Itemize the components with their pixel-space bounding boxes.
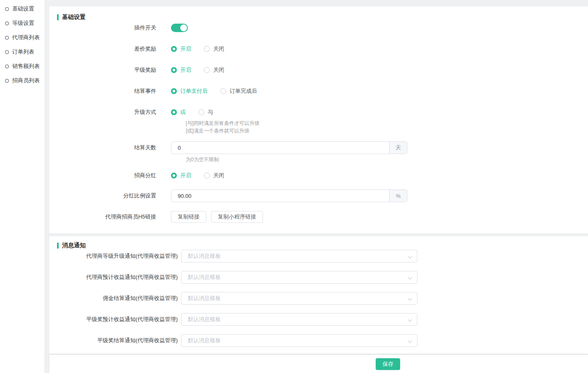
radio-price-diff-off[interactable]: 关闭 <box>204 45 224 53</box>
input-suffix-unit: % <box>389 190 407 202</box>
select-placeholder: 默认消息模板 <box>188 252 221 260</box>
row-notify-peer-expected: 平级奖预计收益通知(代理商收益管理) 默认消息模板 <box>57 313 588 326</box>
sidebar: 基础设置 等级设置 代理商列表 订单列表 销售额列表 招商员列表 <box>0 0 44 373</box>
sidebar-item-recruiter-list[interactable]: 招商员列表 <box>0 73 44 88</box>
circle-icon <box>5 65 9 68</box>
radio-peer-reward-off[interactable]: 关闭 <box>204 66 224 74</box>
row-notify-level-upgrade: 代理商等级升级通知(代理商收益管理) 默认消息模板 <box>57 250 588 262</box>
field-label: 代理商等级升级通知(代理商收益管理) <box>57 252 181 260</box>
upgrade-mode-tips: [与]同时满足所有条件才可以升级 [或]满足一个条件就可以升级 <box>186 119 588 135</box>
row-settle-event: 结算事件 订单支付后 订单完成后 <box>57 85 588 97</box>
radio-icon <box>204 173 210 178</box>
row-dividend-ratio: 分红比例设置 % <box>57 189 588 202</box>
toggle-knob-icon <box>180 24 187 31</box>
row-settle-days: 结算天数 天 <box>57 141 588 154</box>
row-notify-peer-settle: 平级奖结算通知(代理商收益管理) 默认消息模板 <box>57 334 588 347</box>
select-placeholder: 默认消息模板 <box>188 337 221 344</box>
footer-bar: 保存 <box>49 355 588 373</box>
sidebar-item-sales-list[interactable]: 销售额列表 <box>0 59 44 73</box>
radio-invest-dividend-off[interactable]: 关闭 <box>204 172 224 179</box>
radio-icon <box>220 88 226 94</box>
row-price-diff-reward: 差价奖励 开启 关闭 <box>57 43 588 55</box>
radio-upgrade-or[interactable]: 或 <box>171 108 186 116</box>
field-label: 代理商招商员H5链接 <box>57 213 171 221</box>
dividend-ratio-input[interactable] <box>171 190 389 202</box>
field-label: 差价奖励 <box>57 45 171 53</box>
radio-label: 与 <box>208 108 213 116</box>
radio-settle-after-complete[interactable]: 订单完成后 <box>220 87 257 95</box>
field-label: 结算事件 <box>57 87 171 95</box>
sidebar-item-basic-settings[interactable]: 基础设置 <box>0 2 44 16</box>
chevron-down-icon <box>409 297 412 300</box>
settle-days-input[interactable] <box>171 142 389 154</box>
radio-price-diff-on[interactable]: 开启 <box>171 45 191 53</box>
sidebar-item-label: 等级设置 <box>12 19 34 27</box>
sidebar-item-label: 订单列表 <box>12 48 34 56</box>
circle-icon <box>5 7 9 11</box>
row-invest-dividend: 招商分红 开启 关闭 <box>57 169 588 182</box>
select-placeholder: 默认消息模板 <box>188 295 221 302</box>
copy-mini-program-link-button[interactable]: 复制小程序链接 <box>211 211 263 223</box>
radio-icon <box>171 67 177 73</box>
field-label: 佣金结算通知(代理商收益管理) <box>57 295 181 302</box>
radio-icon <box>204 46 210 52</box>
tip-text: [或]满足一个条件就可以升级 <box>186 127 588 135</box>
field-label: 平级奖预计收益通知(代理商收益管理) <box>57 316 181 323</box>
row-notify-commission-settle: 佣金结算通知(代理商收益管理) 默认消息模板 <box>57 292 588 305</box>
radio-label: 开启 <box>180 45 191 53</box>
sidebar-item-level-settings[interactable]: 等级设置 <box>0 16 44 30</box>
settle-days-input-group: 天 <box>171 141 407 154</box>
field-label: 代理商预计收益通知(代理商收益管理) <box>57 273 181 281</box>
radio-label: 订单支付后 <box>180 87 208 95</box>
sidebar-item-label: 代理商列表 <box>12 34 40 41</box>
circle-icon <box>5 50 9 54</box>
copy-link-button[interactable]: 复制链接 <box>171 211 206 223</box>
radio-icon <box>171 173 177 178</box>
row-upgrade-mode: 升级方式 或 与 <box>57 106 588 119</box>
input-suffix-unit: 天 <box>389 142 407 154</box>
chevron-down-icon <box>409 276 412 279</box>
radio-label: 订单完成后 <box>230 87 257 95</box>
sidebar-item-agent-list[interactable]: 代理商列表 <box>0 30 44 45</box>
row-h5-link: 代理商招商员H5链接 复制链接 复制小程序链接 <box>57 211 588 223</box>
section-title-text: 基础设置 <box>62 14 86 21</box>
basic-settings-card: 基础设置 插件开关 差价奖励 开启 关闭 <box>49 6 588 233</box>
sidebar-item-order-list[interactable]: 订单列表 <box>0 45 44 59</box>
chevron-down-icon <box>409 318 412 322</box>
field-label: 分红比例设置 <box>57 192 171 200</box>
radio-settle-after-pay[interactable]: 订单支付后 <box>171 87 208 95</box>
radio-label: 或 <box>180 108 186 116</box>
field-label: 插件开关 <box>57 24 171 32</box>
chevron-down-icon <box>409 255 412 258</box>
select-placeholder: 默认消息模板 <box>188 316 221 323</box>
notify-peer-settle-select[interactable]: 默认消息模板 <box>181 334 417 347</box>
radio-upgrade-and[interactable]: 与 <box>198 108 213 116</box>
select-placeholder: 默认消息模板 <box>188 273 221 281</box>
notify-commission-settle-select[interactable]: 默认消息模板 <box>181 292 417 305</box>
section-title-notify: 消息通知 <box>57 242 588 249</box>
notify-level-upgrade-select[interactable]: 默认消息模板 <box>181 250 417 262</box>
notify-expected-income-select[interactable]: 默认消息模板 <box>181 271 417 284</box>
main-content: 基础设置 插件开关 差价奖励 开启 关闭 <box>44 0 588 373</box>
row-plugin-switch: 插件开关 <box>57 22 588 34</box>
plugin-switch-toggle[interactable] <box>171 24 188 32</box>
row-peer-reward: 平级奖励 开启 关闭 <box>57 64 588 76</box>
row-notify-expected-income: 代理商预计收益通知(代理商收益管理) 默认消息模板 <box>57 271 588 284</box>
radio-icon <box>204 67 210 73</box>
radio-invest-dividend-on[interactable]: 开启 <box>171 172 191 179</box>
radio-icon <box>198 109 204 115</box>
notify-peer-expected-select[interactable]: 默认消息模板 <box>181 313 417 326</box>
radio-peer-reward-on[interactable]: 开启 <box>171 66 191 74</box>
app: 基础设置 等级设置 代理商列表 订单列表 销售额列表 招商员列表 基础 <box>0 0 588 373</box>
field-label: 招商分红 <box>57 172 171 179</box>
save-button[interactable]: 保存 <box>376 358 400 370</box>
tip-text: [与]同时满足所有条件才可以升级 <box>186 119 588 127</box>
circle-icon <box>5 79 9 83</box>
circle-icon <box>5 36 9 40</box>
field-label: 平级奖励 <box>57 66 171 74</box>
field-label: 结算天数 <box>57 144 171 151</box>
field-label: 平级奖结算通知(代理商收益管理) <box>57 337 181 344</box>
settle-days-tip: 为0为空不限制 <box>186 156 588 163</box>
field-label: 升级方式 <box>57 108 171 116</box>
section-title-basic: 基础设置 <box>57 14 588 21</box>
